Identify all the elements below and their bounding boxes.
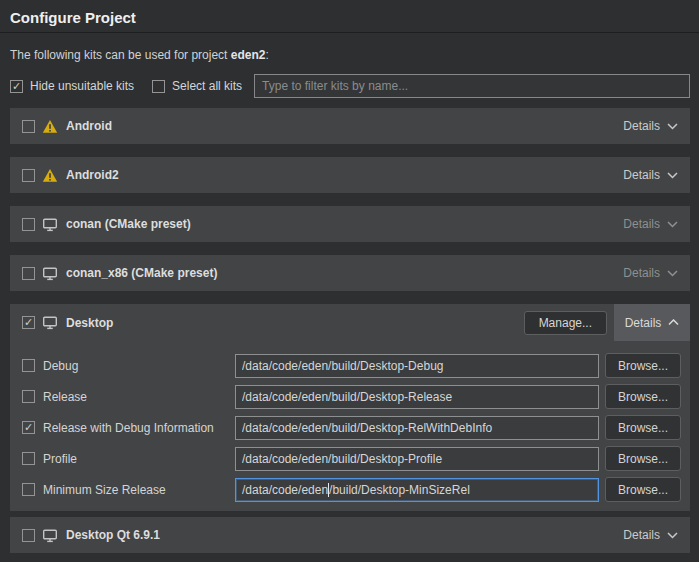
kit-name: conan (CMake preset) (66, 217, 191, 231)
build-config-row-profile: Profile Browse... (10, 446, 690, 471)
kit-row-android2[interactable]: Android2 Details (10, 157, 690, 193)
kit-checkbox[interactable] (22, 267, 35, 280)
intro-prefix: The following kits can be used for proje… (10, 48, 231, 62)
manage-button[interactable]: Manage... (524, 311, 607, 335)
chevron-down-icon (667, 532, 678, 539)
build-config-checkbox[interactable] (22, 483, 35, 496)
select-all-kits-checkbox[interactable] (152, 80, 165, 93)
build-config-label: Release (43, 390, 235, 404)
build-config-label: Profile (43, 452, 235, 466)
kit-checkbox[interactable] (22, 218, 35, 231)
browse-button[interactable]: Browse... (605, 415, 681, 440)
build-config-checkbox[interactable] (22, 359, 35, 372)
kit-name: Desktop (66, 316, 113, 330)
build-dir-input[interactable] (235, 416, 599, 440)
desktop-monitor-icon (42, 315, 58, 330)
select-all-kits-label: Select all kits (172, 79, 242, 93)
build-config-checkbox[interactable] (22, 390, 35, 403)
details-button[interactable]: Details (611, 517, 690, 553)
browse-button[interactable]: Browse... (605, 477, 681, 502)
details-label: Details (623, 266, 660, 280)
build-config-label: Release with Debug Information (43, 421, 235, 435)
kit-row-conan-x86[interactable]: conan_x86 (CMake preset) Details (10, 255, 690, 291)
path-text-after-caret: /build/Desktop-MinSizeRel (329, 483, 470, 497)
kit-row-android[interactable]: Android Details (10, 108, 690, 144)
kit-name: Android (66, 119, 112, 133)
kit-row-conan[interactable]: conan (CMake preset) Details (10, 206, 690, 242)
details-button[interactable]: Details (611, 206, 690, 242)
hide-unsuitable-kits-label: Hide unsuitable kits (30, 79, 134, 93)
chevron-down-icon (667, 221, 678, 228)
warning-icon (42, 119, 58, 134)
chevron-down-icon (667, 123, 678, 130)
select-all-kits-checkbox-group[interactable]: Select all kits (152, 79, 242, 93)
desktop-monitor-icon (42, 217, 58, 232)
build-config-label: Debug (43, 359, 235, 373)
kit-name: Android2 (66, 168, 119, 182)
path-text-before-caret: /data/code/eden (242, 483, 328, 497)
chevron-up-icon (668, 319, 679, 326)
kit-checkbox[interactable] (22, 529, 35, 542)
kit-list: Android Details Android2 Details conan (… (10, 108, 690, 553)
chevron-down-icon (667, 172, 678, 179)
details-label: Details (623, 528, 660, 542)
project-name: eden2 (231, 48, 266, 62)
page-title: Configure Project (0, 0, 699, 32)
kit-name: Desktop Qt 6.9.1 (66, 528, 160, 542)
details-label: Details (623, 217, 660, 231)
hide-unsuitable-kits-checkbox-group[interactable]: ✓ Hide unsuitable kits (10, 79, 134, 93)
build-dir-input[interactable] (235, 385, 599, 409)
intro-suffix: : (265, 48, 268, 62)
details-label: Details (623, 168, 660, 182)
build-dir-input[interactable] (235, 354, 599, 378)
hide-unsuitable-kits-checkbox[interactable]: ✓ (10, 80, 23, 93)
kit-filter-input[interactable] (254, 74, 690, 98)
kit-checkbox[interactable] (22, 120, 35, 133)
build-config-row-release: Release Browse... (10, 384, 690, 409)
build-config-list: Debug Browse... Release Browse... ✓ Rele… (10, 353, 690, 502)
browse-button[interactable]: Browse... (605, 353, 681, 378)
build-config-row-debug: Debug Browse... (10, 353, 690, 378)
browse-button[interactable]: Browse... (605, 446, 681, 471)
kit-checkbox[interactable] (22, 169, 35, 182)
build-config-row-minsizerel: Minimum Size Release /data/code/eden/bui… (10, 477, 690, 502)
kit-row-desktop[interactable]: ✓ Desktop Manage... Details (10, 304, 690, 341)
details-button-expanded[interactable]: Details (614, 304, 690, 341)
details-label: Details (625, 316, 662, 330)
kit-panel-desktop: ✓ Desktop Manage... Details Debug Browse… (10, 304, 690, 511)
kit-row-desktop-qt[interactable]: Desktop Qt 6.9.1 Details (10, 517, 690, 553)
chevron-down-icon (667, 270, 678, 277)
title-separator (0, 32, 699, 33)
build-config-checkbox[interactable]: ✓ (22, 421, 35, 434)
build-config-label: Minimum Size Release (43, 483, 235, 497)
warning-icon (42, 168, 58, 183)
details-label: Details (623, 119, 660, 133)
desktop-monitor-icon (42, 266, 58, 281)
desktop-monitor-icon (42, 528, 58, 543)
kit-checkbox[interactable]: ✓ (22, 316, 35, 329)
build-config-checkbox[interactable] (22, 452, 35, 465)
build-dir-input[interactable] (235, 447, 599, 471)
filter-bar: ✓ Hide unsuitable kits Select all kits (10, 74, 690, 98)
details-button[interactable]: Details (611, 157, 690, 193)
build-dir-input-focused[interactable]: /data/code/eden/build/Desktop-MinSizeRel (235, 478, 599, 502)
kit-name: conan_x86 (CMake preset) (66, 266, 217, 280)
details-button[interactable]: Details (611, 108, 690, 144)
browse-button[interactable]: Browse... (605, 384, 681, 409)
details-button[interactable]: Details (611, 255, 690, 291)
intro-text: The following kits can be used for proje… (10, 48, 689, 62)
build-config-row-relwithdebinfo: ✓ Release with Debug Information Browse.… (10, 415, 690, 440)
